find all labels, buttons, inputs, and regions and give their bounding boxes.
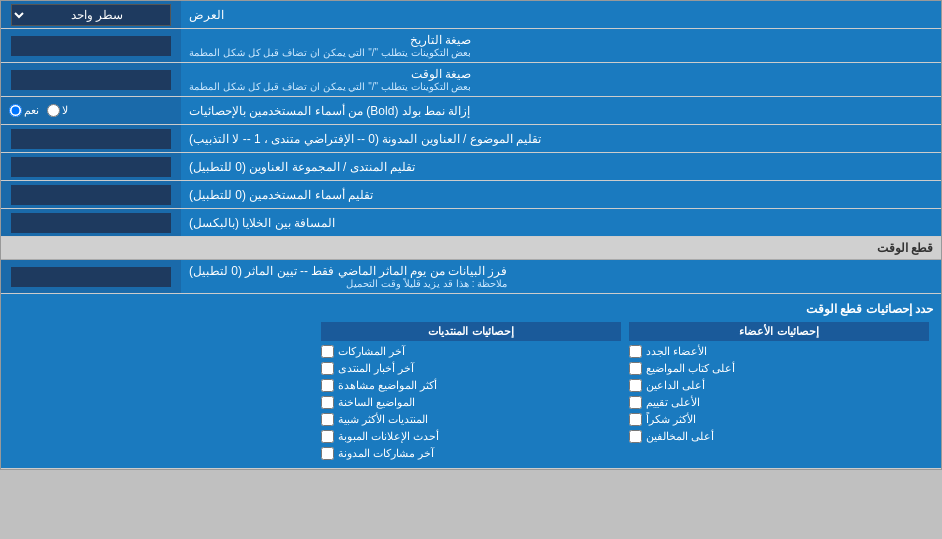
- cb-most-viewed-input[interactable]: [321, 379, 334, 392]
- members-input-container: 0: [1, 181, 181, 208]
- cb-members-new: الأعضاء الجدد: [629, 343, 929, 360]
- cb-most-similar-input[interactable]: [321, 413, 334, 426]
- bold-yes-label: نعم: [9, 104, 39, 117]
- date-format-label: صيغة التاريخ بعض التكوينات يتطلب "/" الت…: [181, 29, 941, 62]
- realtime-label: فرز البيانات من يوم الماثر الماضي فقط --…: [181, 260, 941, 293]
- space-input-container: 2: [1, 209, 181, 236]
- checkboxes-header: حدد إحصائيات قطع الوقت: [9, 298, 933, 320]
- space-input[interactable]: 2: [11, 213, 171, 233]
- cb-forum-news: آخر أخبار المنتدى: [321, 360, 621, 377]
- cb-top-writers: أعلى كتاب المواضيع: [629, 360, 929, 377]
- cb-top-violators: أعلى المخالفين: [629, 428, 929, 445]
- checkboxes-section: حدد إحصائيات قطع الوقت إحصائيات الأعضاء …: [1, 294, 941, 469]
- forum-input-container: 33: [1, 153, 181, 180]
- space-label: المسافة بين الخلايا (بالبكسل): [181, 209, 941, 236]
- posts-stats-header: إحصائيات المنتديات: [321, 322, 621, 341]
- date-format-input[interactable]: d-m: [11, 36, 171, 56]
- checkboxes-grid: إحصائيات الأعضاء الأعضاء الجدد أعلى كتاب…: [9, 320, 933, 464]
- cb-hot-topics-input[interactable]: [321, 396, 334, 409]
- forum-input[interactable]: 33: [11, 157, 171, 177]
- bold-no-radio[interactable]: [47, 104, 60, 117]
- realtime-section-header: قطع الوقت: [1, 237, 941, 260]
- cb-blog-posts: آخر مشاركات المدونة: [321, 445, 621, 462]
- posts-stats-column: إحصائيات المنتديات آخر المشاركات آخر أخب…: [317, 320, 625, 464]
- cb-hot-topics: المواضيع الساخنة: [321, 394, 621, 411]
- empty-column: [9, 320, 317, 464]
- cb-classified-ads-input[interactable]: [321, 430, 334, 443]
- members-input[interactable]: 0: [11, 185, 171, 205]
- cb-top-writers-input[interactable]: [629, 362, 642, 375]
- realtime-input[interactable]: 0: [11, 267, 171, 287]
- bold-yes-radio[interactable]: [9, 104, 22, 117]
- cb-top-rated-input[interactable]: [629, 396, 642, 409]
- time-format-input[interactable]: H:i: [11, 70, 171, 90]
- cb-top-rated: الأعلى تقييم: [629, 394, 929, 411]
- topics-input-container: 33: [1, 125, 181, 152]
- time-format-label: صيغة الوقت بعض التكوينات يتطلب "/" التي …: [181, 63, 941, 96]
- members-label: تقليم أسماء المستخدمين (0 للتطبيل): [181, 181, 941, 208]
- bold-label: إزالة نمط بولد (Bold) من أسماء المستخدمي…: [181, 97, 941, 124]
- bold-no-label: لا: [47, 104, 68, 117]
- cb-most-thanked: الأكثر شكراً: [629, 411, 929, 428]
- cb-top-callers: أعلى الداعين: [629, 377, 929, 394]
- display-label: العرض: [181, 1, 941, 28]
- forum-label: تقليم المنتدى / المجموعة العناوين (0 للت…: [181, 153, 941, 180]
- cb-most-thanked-input[interactable]: [629, 413, 642, 426]
- cb-top-callers-input[interactable]: [629, 379, 642, 392]
- members-stats-header: إحصائيات الأعضاء: [629, 322, 929, 341]
- realtime-input-container: 0: [1, 260, 181, 293]
- lines-select-container: سطر واحد سطران ثلاثة أسطر: [1, 1, 181, 28]
- time-format-input-container: H:i: [1, 63, 181, 96]
- cb-blog-posts-input[interactable]: [321, 447, 334, 460]
- date-format-input-container: d-m: [1, 29, 181, 62]
- lines-select[interactable]: سطر واحد سطران ثلاثة أسطر: [11, 4, 171, 26]
- cb-last-posts-input[interactable]: [321, 345, 334, 358]
- cb-forum-news-input[interactable]: [321, 362, 334, 375]
- cb-members-new-input[interactable]: [629, 345, 642, 358]
- cb-most-similar: المنتديات الأكثر شبية: [321, 411, 621, 428]
- bold-radio-group: لا نعم: [1, 97, 181, 124]
- topics-input[interactable]: 33: [11, 129, 171, 149]
- cb-last-posts: آخر المشاركات: [321, 343, 621, 360]
- cb-most-viewed: أكثر المواضيع مشاهدة: [321, 377, 621, 394]
- topics-label: تقليم الموضوع / العناوين المدونة (0 -- ا…: [181, 125, 941, 152]
- members-stats-column: إحصائيات الأعضاء الأعضاء الجدد أعلى كتاب…: [625, 320, 933, 464]
- cb-classified-ads: أحدث الإعلانات المبوبة: [321, 428, 621, 445]
- cb-top-violators-input[interactable]: [629, 430, 642, 443]
